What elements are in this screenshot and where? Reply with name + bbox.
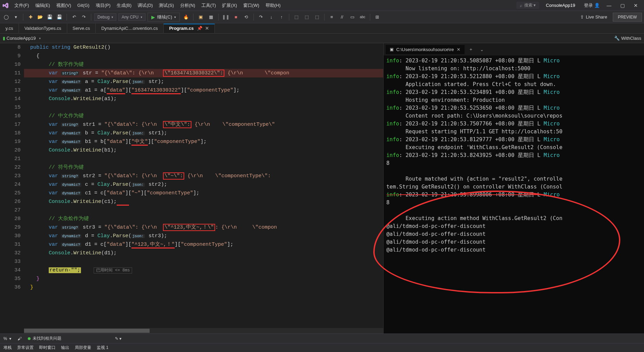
menu-item[interactable]: 调试(D)	[135, 1, 155, 10]
new-terminal-button[interactable]: ＋	[465, 44, 477, 54]
terminal-tab[interactable]: ▣ C:\Users\monksoul\source\re ✕	[386, 45, 465, 54]
config-dropdown[interactable]: Debug▾	[94, 13, 116, 21]
liveshare-button[interactable]: ⇪ Live Share	[580, 14, 607, 20]
menu-item[interactable]: 编辑(E)	[33, 1, 53, 10]
continue-button[interactable]: ▶ 继续(C) ▾	[148, 13, 180, 22]
menu-item[interactable]: 生成(B)	[114, 1, 134, 10]
c-icon[interactable]: ⬚	[313, 13, 321, 21]
terminal-line: @ali/tdmod-od-pc-offer-discount	[386, 246, 641, 254]
editor-tab[interactable]: DynamicApiC…onvention.cs	[96, 24, 164, 33]
stop-icon[interactable]: ■	[232, 13, 240, 21]
terminal-line: info: 2023-02-19 21:20:53.5085087 +08:00…	[386, 57, 641, 65]
open-file-icon[interactable]: 📂	[36, 13, 44, 21]
menu-item[interactable]: 文件(F)	[12, 1, 32, 10]
menu-item[interactable]: 视图(V)	[54, 1, 74, 10]
breadcrumb-symbol[interactable]: 🔧 WithClass	[614, 36, 641, 41]
menu-item[interactable]: 测试(S)	[156, 1, 176, 10]
maximize-button[interactable]: ▢	[616, 1, 629, 10]
step-out-icon[interactable]: ↑	[278, 13, 286, 21]
bottom-tab[interactable]: 堆栈	[3, 345, 12, 351]
user-icon: 👤	[594, 3, 600, 8]
preview-button[interactable]: PREVIEW	[613, 13, 642, 22]
bottom-tab[interactable]: 即时窗口	[39, 345, 56, 351]
status-problems[interactable]: 未找到相关问题	[28, 336, 61, 341]
expand-icon[interactable]: ⊞	[373, 13, 382, 21]
code-line: var string? str2 = "{\"data\": {\r\n \"~…	[24, 172, 383, 180]
login-link[interactable]: 登录 👤	[584, 2, 600, 9]
editor-tab[interactable]: y.cs	[0, 24, 19, 33]
breadcrumb-project[interactable]: ▮ ConsoleApp19	[3, 36, 36, 41]
close-icon[interactable]: ✕	[205, 26, 209, 31]
code-line: return·""; 已用时间 <= 8ms	[24, 266, 383, 275]
terminal-line: info: 2023-02-19 21:20:53.5234891 +08:00…	[386, 88, 641, 96]
editor-tab[interactable]: Program.cs 📌✕	[164, 24, 215, 33]
forward-button[interactable]: ▾	[12, 13, 20, 21]
menu-item[interactable]: 窗口(W)	[241, 1, 262, 10]
minimize-button[interactable]: —	[602, 1, 616, 10]
back-button[interactable]: ◯	[2, 13, 10, 21]
b-icon[interactable]: ⬚	[303, 13, 311, 21]
undo-icon[interactable]: ↶	[70, 13, 78, 21]
terminal-line: tem.String GetResult2() on controller Wi…	[386, 183, 641, 191]
horizontal-scrollbar[interactable]	[24, 328, 383, 333]
search-placeholder: 搜索 ▾	[524, 2, 536, 8]
terminal-panel: ▣ C:\Users\monksoul\source\re ✕ ＋ ⌄ info…	[383, 43, 644, 333]
process-icon[interactable]: ▦	[207, 13, 215, 21]
bottom-tab[interactable]: 监视 1	[97, 345, 108, 351]
terminal-line: @ali/tdmod-od-pc-offer-discount	[386, 238, 641, 246]
bottom-tab[interactable]: 输出	[61, 345, 69, 351]
close-button[interactable]: ✕	[630, 1, 642, 10]
terminal-line	[386, 207, 641, 215]
terminal-dropdown[interactable]: ⌄	[477, 45, 487, 54]
terminal-body[interactable]: info: 2023-02-19 21:20:53.5085087 +08:00…	[384, 56, 644, 333]
status-brush-icon[interactable]: 🖌	[17, 336, 22, 341]
menu-item[interactable]: 扩展(X)	[219, 1, 239, 10]
step-over-icon[interactable]: ↷	[257, 13, 265, 21]
code-line: var dynamic? d1 = c["data"]["^123,中文~,！"…	[24, 240, 383, 249]
pin-icon[interactable]: 📌	[197, 26, 202, 31]
terminal-line: 8	[386, 159, 641, 167]
terminal-line	[386, 167, 641, 175]
menu-item[interactable]: Git(G)	[74, 1, 92, 9]
redo-icon[interactable]: ↷	[80, 13, 88, 21]
status-pct[interactable]: % ▾	[3, 336, 11, 341]
menu-item[interactable]: 分析(N)	[177, 1, 198, 10]
bottom-tabs: 堆栈异常设置即时窗口输出局部变量监视 1	[0, 343, 644, 352]
platform-dropdown[interactable]: Any CPU▾	[118, 13, 145, 21]
bottom-tab[interactable]: 局部变量	[75, 345, 91, 351]
search-box[interactable]: ⌕ 搜索 ▾	[516, 2, 539, 9]
close-icon[interactable]: ✕	[457, 47, 460, 52]
save-all-icon[interactable]: 💾	[55, 13, 63, 21]
editor-tabs: y.csValidationTypes.csServe.csDynamicApi…	[0, 23, 644, 34]
status-edit-icon[interactable]: ✎ ▾	[115, 336, 121, 341]
code-line: var dynamic? c1 = c["data"]["~"]["compon…	[24, 189, 383, 197]
editor-tab[interactable]: Serve.cs	[67, 24, 96, 33]
hot-reload-icon[interactable]: 🔥	[182, 13, 190, 21]
code-line: }	[24, 283, 383, 292]
save-icon[interactable]: 💾	[46, 13, 54, 21]
abc-icon[interactable]: abc	[359, 13, 367, 21]
code-editor[interactable]: 8910111213141516171819202122232425262728…	[0, 43, 383, 333]
vs-logo-icon	[2, 2, 9, 9]
code-line: Console.WriteLine(a1);	[24, 95, 383, 103]
comment-icon[interactable]: //	[338, 13, 346, 21]
bookmark-icon[interactable]: ▭	[348, 13, 356, 21]
editor-tab[interactable]: ValidationTypes.cs	[19, 24, 67, 33]
menu-item[interactable]: 工具(T)	[199, 1, 219, 10]
terminal-line: info: 2023-02-19 21:20:53.5212880 +08:00…	[386, 73, 641, 81]
chevron-down-icon[interactable]: ▾	[39, 37, 41, 40]
restart-icon[interactable]: ⟲	[242, 13, 250, 21]
pause-icon[interactable]: ❚❚	[222, 13, 230, 21]
breadcrumb: ▮ ConsoleApp19 ▾ 🔧 WithClass	[0, 34, 644, 43]
menu-item[interactable]: 项目(P)	[93, 1, 113, 10]
a-icon[interactable]: ⬚	[292, 13, 301, 21]
code-line: public string GetResult2()	[24, 43, 383, 52]
step-into-icon[interactable]: ↓	[267, 13, 276, 21]
terminal-line: @ali/tdmod-od-pc-offer-discount	[386, 222, 641, 230]
menu-item[interactable]: 帮助(H)	[263, 1, 283, 10]
new-file-icon[interactable]: ✚	[26, 13, 35, 21]
browser-icon[interactable]: ▣	[197, 13, 205, 21]
bottom-tab[interactable]: 异常设置	[17, 345, 34, 351]
indent-icon[interactable]: ≡	[328, 13, 336, 21]
code-line	[24, 257, 383, 266]
